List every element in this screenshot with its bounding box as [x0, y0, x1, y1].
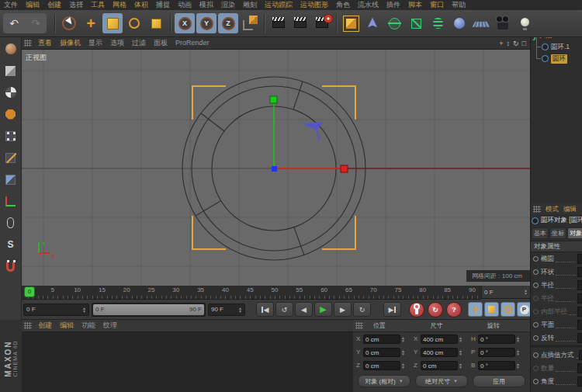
move-tool-button[interactable]: [81, 13, 101, 33]
attribute-row-radius-y[interactable]: 半径: [531, 292, 582, 305]
previous-frame-button[interactable]: ◀: [295, 302, 313, 317]
lock-y-button[interactable]: Y: [196, 13, 217, 33]
scale-tool-button[interactable]: [102, 13, 123, 33]
menu-help[interactable]: 帮助: [448, 0, 469, 10]
snap-magnet-button[interactable]: [2, 257, 20, 276]
viewport-menu-display[interactable]: 显示: [85, 38, 106, 48]
tab-object[interactable]: 对象: [567, 227, 582, 239]
axis-mode-button[interactable]: [2, 192, 20, 210]
frame-spinner[interactable]: 0 F ▲▼: [23, 304, 89, 316]
menu-mesh[interactable]: 网格: [109, 0, 130, 10]
keyframe-selection-button[interactable]: ?: [446, 302, 462, 317]
attribute-row-angle[interactable]: 角度: [531, 375, 582, 388]
object-row-circle[interactable]: 圆环: [531, 53, 582, 64]
last-tool-button[interactable]: [146, 13, 166, 33]
panel-grip-icon[interactable]: [24, 40, 32, 47]
attribute-row-inner-radius[interactable]: 内部半径: [531, 305, 582, 318]
keyframe-dot-icon[interactable]: [533, 269, 539, 275]
attribute-row-ellipse[interactable]: 椭圆: [531, 252, 582, 265]
rotation-p-input[interactable]: 0 °: [478, 348, 515, 357]
record-keyframe-button[interactable]: [409, 302, 424, 317]
menu-motion-tracker[interactable]: 运动跟踪: [261, 0, 296, 10]
size-x-input[interactable]: 400 cm: [421, 335, 458, 344]
menu-window[interactable]: 窗口: [426, 0, 448, 10]
attribute-value-stub[interactable]: [577, 307, 582, 317]
add-floor-button[interactable]: [471, 13, 491, 33]
attribute-value-stub[interactable]: [577, 267, 582, 277]
x-axis-handle[interactable]: [341, 165, 348, 172]
polygons-mode-button[interactable]: [2, 170, 20, 189]
add-light-button[interactable]: [514, 13, 535, 33]
attribute-value-stub[interactable]: [577, 363, 582, 373]
menu-volume[interactable]: 体积: [130, 0, 152, 10]
end-frame-spinner[interactable]: 90 F ▲▼: [208, 304, 245, 316]
viewport-menu-view[interactable]: 查看: [34, 38, 56, 48]
coordinate-system-button[interactable]: [240, 13, 260, 33]
position-y-input[interactable]: 0 cm: [363, 348, 400, 357]
viewport-canvas[interactable]: 正视图: [22, 50, 530, 286]
add-volume-button[interactable]: [406, 13, 426, 33]
panel-grip-icon[interactable]: [24, 322, 32, 329]
texture-mode-button[interactable]: [2, 83, 20, 102]
attribute-value-stub[interactable]: [577, 280, 582, 290]
redo-button[interactable]: [26, 13, 46, 33]
y-axis-handle[interactable]: [270, 96, 277, 103]
tab-basic[interactable]: 基本: [532, 227, 549, 239]
menu-edit[interactable]: 编辑: [22, 0, 43, 10]
edges-mode-button[interactable]: [2, 148, 20, 167]
menu-tools[interactable]: 工具: [87, 0, 109, 10]
attribute-value-stub[interactable]: [577, 333, 582, 343]
timeline-ruler[interactable]: 051015202530354045505560657075808590 0: [22, 286, 481, 300]
viewport-solo-button[interactable]: [2, 213, 20, 232]
add-cube-button[interactable]: [341, 13, 361, 33]
spinner-icon[interactable]: ▲▼: [459, 349, 462, 356]
material-menu-create[interactable]: 创建: [34, 321, 56, 331]
viewport-menu-options[interactable]: 选项: [106, 38, 128, 48]
spinner-icon[interactable]: ▲▼: [401, 363, 405, 369]
keyframe-dot-icon[interactable]: [533, 283, 539, 288]
menu-file[interactable]: 文件: [0, 0, 22, 10]
enable-snap-button[interactable]: [2, 235, 20, 254]
keyframe-dot-icon[interactable]: [533, 296, 539, 301]
attribute-value-stub[interactable]: [577, 293, 582, 304]
keyframe-dot-icon[interactable]: [533, 322, 539, 328]
material-menu-edit[interactable]: 编辑: [56, 321, 78, 331]
keyframe-scale-toggle[interactable]: [484, 302, 499, 317]
add-camera-button[interactable]: [493, 13, 513, 33]
viewport-zoom-icon[interactable]: ↕: [507, 40, 511, 47]
spinner-icon[interactable]: ▲▼: [82, 307, 86, 313]
spinner-icon[interactable]: ▲▼: [516, 336, 520, 342]
attribute-row-reverse[interactable]: 反转: [531, 331, 582, 345]
menu-snap[interactable]: 捕捉: [152, 0, 174, 10]
viewport-menu-cameras[interactable]: 摄像机: [56, 38, 85, 48]
lock-z-button[interactable]: Z: [218, 13, 238, 33]
add-subdivision-surface-button[interactable]: [384, 13, 404, 33]
menu-pipeline[interactable]: 流水线: [354, 0, 383, 10]
menu-plugins[interactable]: 插件: [383, 0, 404, 10]
live-selection-button[interactable]: [59, 13, 79, 33]
workplane-mode-button[interactable]: [2, 105, 20, 123]
attribute-value-stub[interactable]: [577, 320, 582, 330]
previous-key-button[interactable]: ↺: [275, 302, 293, 317]
goto-start-button[interactable]: ◀: [256, 302, 274, 317]
goto-end-button[interactable]: ▶: [383, 302, 401, 317]
keyframe-position-toggle[interactable]: +: [468, 302, 483, 317]
menu-render[interactable]: 渲染: [217, 0, 239, 10]
render-picture-viewer-button[interactable]: [290, 13, 310, 33]
attribute-manager-menu-edit[interactable]: 编辑: [561, 204, 579, 214]
menu-create[interactable]: 创建: [43, 0, 65, 10]
attribute-value-stub[interactable]: [577, 376, 582, 387]
attribute-row-ring[interactable]: 环状: [531, 265, 582, 279]
add-field-button[interactable]: [449, 13, 469, 33]
preview-range-slider[interactable]: 0 F 90 F: [92, 303, 206, 317]
attribute-value-stub[interactable]: [577, 254, 582, 264]
spinner-icon[interactable]: ▲▼: [459, 336, 462, 342]
menu-script[interactable]: 脚本: [404, 0, 426, 10]
attribute-row-point-interpolation[interactable]: 点插值方式: [531, 349, 582, 362]
spinner-icon[interactable]: ▲▼: [401, 336, 405, 342]
next-key-button[interactable]: ↻: [353, 302, 371, 317]
render-settings-button[interactable]: [312, 13, 332, 33]
next-frame-button[interactable]: ▶: [334, 302, 352, 317]
keyframe-dot-icon[interactable]: [533, 379, 539, 384]
viewport-pan-icon[interactable]: +: [499, 40, 503, 47]
